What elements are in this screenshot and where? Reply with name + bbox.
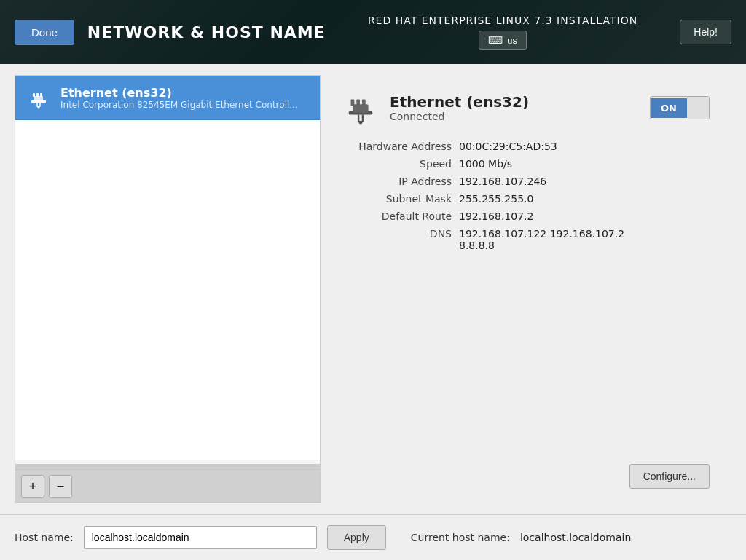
hardware-address-label: Hardware Address (357, 141, 459, 152)
toggle-off-area (687, 97, 709, 119)
configure-container: Configure... (342, 449, 710, 489)
speed-row: Speed 1000 Mb/s (357, 158, 710, 170)
device-header-name: Ethernet (ens32) (390, 93, 639, 111)
speed-label: Speed (357, 158, 459, 170)
svg-rect-1 (34, 96, 43, 101)
svg-rect-2 (33, 93, 35, 97)
svg-rect-7 (353, 104, 368, 113)
dns-value2: 8.8.8.8 (459, 240, 624, 251)
speed-value: 1000 Mb/s (459, 158, 512, 170)
current-hostname-value: localhost.localdomain (520, 532, 631, 543)
svg-rect-4 (40, 93, 42, 97)
header: Done NETWORK & HOST NAME RED HAT ENTERPR… (0, 0, 746, 64)
ethernet-large-icon (342, 90, 379, 126)
svg-rect-8 (351, 99, 355, 106)
install-title: RED HAT ENTERPRISE LINUX 7.3 INSTALLATIO… (368, 15, 637, 26)
device-desc: Intel Corporation 82545EM Gigabit Ethern… (60, 100, 298, 110)
device-list-item[interactable]: Ethernet (ens32) Intel Corporation 82545… (15, 76, 320, 120)
keyboard-label: us (507, 35, 517, 46)
default-route-row: Default Route 192.168.107.2 (357, 210, 710, 222)
header-left: Done NETWORK & HOST NAME (15, 20, 326, 45)
add-device-button[interactable]: + (21, 475, 44, 498)
ip-address-row: IP Address 192.168.107.246 (357, 176, 710, 187)
toggle-container[interactable]: ON (650, 96, 710, 119)
device-list-body (15, 120, 320, 460)
bottom-bar: Host name: Apply Current host name: loca… (0, 514, 746, 560)
device-status: Connected (390, 111, 639, 122)
subnet-mask-row: Subnet Mask 255.255.255.0 (357, 193, 710, 205)
device-list-footer: + − (15, 470, 320, 502)
svg-rect-3 (36, 93, 39, 97)
default-route-label: Default Route (357, 210, 459, 222)
ip-address-value: 192.168.107.246 (459, 176, 546, 187)
default-route-value: 192.168.107.2 (459, 210, 533, 222)
keyboard-button[interactable]: ⌨ us (479, 31, 527, 50)
header-center: RED HAT ENTERPRISE LINUX 7.3 INSTALLATIO… (368, 15, 637, 50)
svg-point-5 (38, 106, 40, 109)
configure-button[interactable]: Configure... (629, 464, 710, 489)
subnet-mask-label: Subnet Mask (357, 193, 459, 205)
device-header-info: Ethernet (ens32) Connected (390, 93, 639, 122)
device-list: Ethernet (ens32) Intel Corporation 82545… (15, 75, 321, 503)
device-info: Ethernet (ens32) Intel Corporation 82545… (60, 86, 298, 110)
network-info: Hardware Address 00:0C:29:C5:AD:53 Speed… (357, 141, 710, 251)
page-title: NETWORK & HOST NAME (87, 23, 326, 42)
toggle-on-label: ON (651, 98, 687, 118)
device-header: Ethernet (ens32) Connected ON (342, 90, 710, 126)
network-area: Ethernet (ens32) Intel Corporation 82545… (15, 75, 731, 503)
help-button[interactable]: Help! (680, 20, 731, 44)
current-hostname-label: Current host name: (411, 532, 510, 543)
remove-device-button[interactable]: − (49, 475, 72, 498)
dns-label: DNS (357, 228, 459, 240)
dns-row: DNS 192.168.107.122 192.168.107.2 8.8.8.… (357, 228, 710, 251)
device-list-scrollbar (15, 464, 320, 470)
keyboard-icon: ⌨ (488, 34, 503, 46)
svg-rect-10 (362, 99, 366, 106)
hostname-label: Host name: (15, 532, 74, 543)
ethernet-icon-small (25, 84, 52, 111)
done-button[interactable]: Done (15, 20, 74, 45)
main-content: Ethernet (ens32) Intel Corporation 82545… (0, 64, 746, 514)
svg-point-11 (359, 121, 363, 125)
apply-button[interactable]: Apply (327, 525, 386, 550)
dns-value: 192.168.107.122 192.168.107.2 (459, 228, 624, 240)
device-details: Ethernet (ens32) Connected ON Hardware A… (321, 75, 731, 503)
hardware-address-value: 00:0C:29:C5:AD:53 (459, 141, 557, 152)
device-name: Ethernet (ens32) (60, 86, 298, 100)
hostname-input[interactable] (84, 526, 317, 549)
svg-rect-9 (356, 99, 360, 106)
hardware-address-row: Hardware Address 00:0C:29:C5:AD:53 (357, 141, 710, 152)
subnet-mask-value: 255.255.255.0 (459, 193, 533, 205)
ip-address-label: IP Address (357, 176, 459, 187)
